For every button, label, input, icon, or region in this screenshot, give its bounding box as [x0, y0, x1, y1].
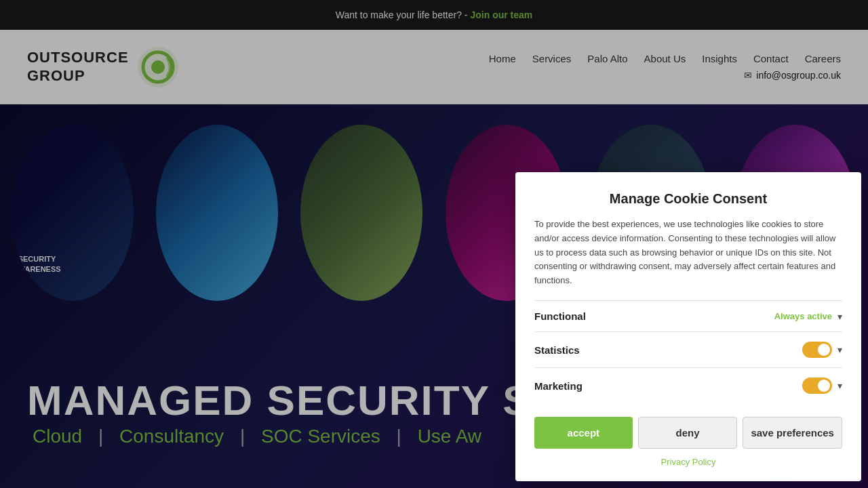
marketing-chevron-icon[interactable]: ▾ — [837, 380, 842, 391]
statistics-toggle-thumb — [818, 344, 830, 356]
functional-right: Always active ▾ — [774, 311, 842, 322]
cookie-buttons: accept deny save preferences — [534, 417, 842, 449]
statistics-chevron-icon[interactable]: ▾ — [837, 344, 842, 355]
deny-button[interactable]: deny — [638, 417, 738, 449]
accept-button[interactable]: accept — [534, 417, 633, 449]
cookie-description: To provide the best experiences, we use … — [534, 218, 842, 288]
always-active-label: Always active — [774, 311, 832, 321]
statistics-right: ▾ — [802, 342, 842, 358]
save-preferences-button[interactable]: save preferences — [743, 417, 842, 449]
statistics-row: Statistics ▾ — [534, 331, 842, 367]
privacy-policy-link[interactable]: Privacy Policy — [661, 457, 716, 467]
statistics-label: Statistics — [534, 344, 580, 356]
functional-chevron-icon[interactable]: ▾ — [837, 311, 842, 322]
marketing-toggle-thumb — [818, 380, 830, 392]
statistics-toggle[interactable] — [802, 342, 832, 358]
marketing-right: ▾ — [802, 378, 842, 394]
marketing-label: Marketing — [534, 380, 583, 392]
functional-label: Functional — [534, 310, 586, 322]
marketing-toggle[interactable] — [802, 378, 832, 394]
modal-overlay: Manage Cookie Consent To provide the bes… — [0, 0, 868, 488]
marketing-row: Marketing ▾ — [534, 367, 842, 403]
cookie-modal: Manage Cookie Consent To provide the bes… — [515, 172, 861, 481]
functional-row: Functional Always active ▾ — [534, 300, 842, 331]
cookie-title: Manage Cookie Consent — [534, 191, 842, 207]
privacy-link-container: Privacy Policy — [534, 455, 842, 468]
